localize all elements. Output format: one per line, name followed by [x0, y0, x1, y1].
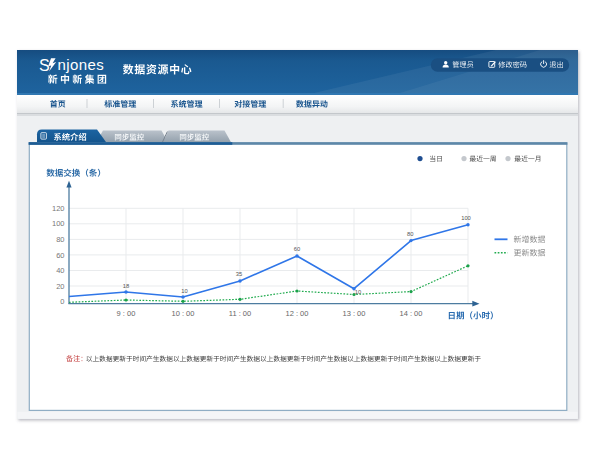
svg-text:40: 40 [56, 266, 64, 275]
svg-text:11 : 00: 11 : 00 [229, 309, 251, 318]
svg-text:80: 80 [56, 235, 64, 244]
svg-text:12 : 00: 12 : 00 [286, 309, 309, 318]
svg-text:10: 10 [355, 289, 361, 295]
svg-text:S: S [39, 57, 50, 74]
svg-text:10 : 00: 10 : 00 [172, 309, 195, 318]
svg-text:20: 20 [56, 282, 64, 291]
svg-text:13 : 00: 13 : 00 [343, 309, 366, 318]
svg-text:njones: njones [58, 56, 105, 73]
svg-text:9 : 00: 9 : 00 [117, 309, 136, 318]
svg-text:100: 100 [461, 215, 471, 221]
svg-text:100: 100 [52, 219, 65, 228]
svg-text:120: 120 [52, 204, 65, 213]
svg-text:35: 35 [236, 271, 242, 277]
svg-text:80: 80 [407, 231, 413, 237]
svg-text:14 : 00: 14 : 00 [400, 309, 423, 318]
svg-text:0: 0 [60, 297, 64, 306]
svg-text:10: 10 [181, 288, 187, 294]
svg-text:18: 18 [123, 283, 129, 289]
svg-text:60: 60 [294, 246, 300, 252]
svg-text:60: 60 [56, 251, 64, 260]
